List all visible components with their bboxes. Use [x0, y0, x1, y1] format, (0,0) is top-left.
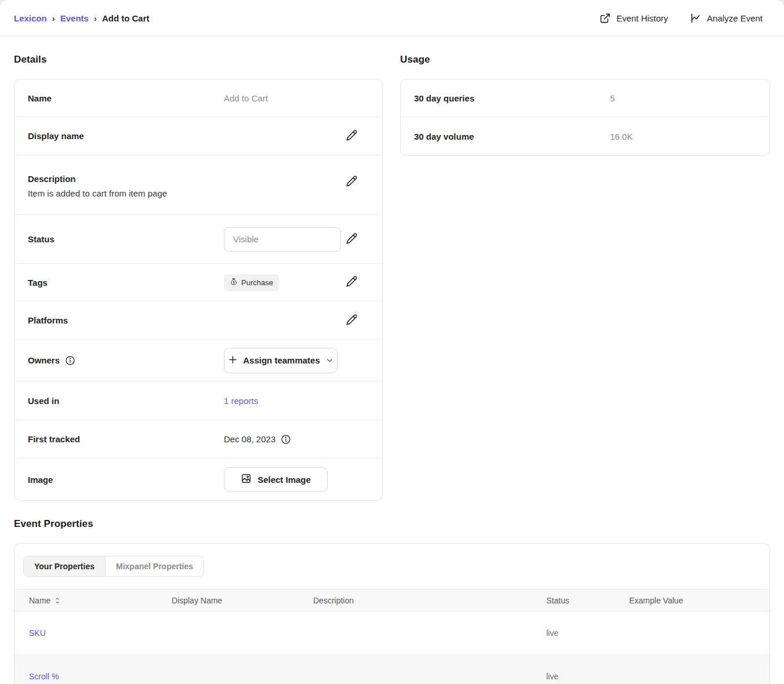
description-value: Item is added to cart from item page [28, 188, 167, 198]
event-properties-section: Event Properties Your Properties Mixpane… [14, 518, 770, 684]
detail-row-used-in: Used in 1 reports [14, 381, 382, 420]
volume-label: 30 day volume [414, 132, 610, 141]
chevron-down-icon [326, 356, 333, 364]
page-header: Lexicon › Events › Add to Cart Event His… [0, 0, 784, 37]
header-actions: Event History Analyze Event [600, 13, 763, 24]
details-panel: Name Add to Cart Display name [14, 79, 383, 501]
breadcrumb-events[interactable]: Events [60, 13, 89, 23]
usage-panel: 30 day queries 5 30 day volume 16.0K [400, 79, 770, 156]
cell-status: live [546, 628, 629, 638]
assign-teammates-label: Assign teammates [243, 355, 320, 365]
analyze-event-button[interactable]: Analyze Event [690, 13, 763, 24]
property-link-sku[interactable]: SKU [29, 628, 46, 638]
pencil-icon [346, 232, 358, 246]
detail-row-name: Name Add to Cart [14, 79, 382, 117]
event-history-button[interactable]: Event History [600, 13, 668, 24]
column-header-status: Status [546, 596, 629, 605]
tab-your-properties[interactable]: Your Properties [24, 556, 106, 576]
select-image-button[interactable]: Select Image [224, 467, 328, 492]
detail-row-display-name: Display name [14, 117, 382, 155]
owners-label: Owners [28, 355, 60, 365]
pencil-icon [346, 129, 358, 143]
line-chart-icon [690, 13, 701, 24]
breadcrumb-separator-icon: › [52, 13, 55, 23]
pencil-icon [346, 175, 358, 189]
detail-row-tags: Tags $ Purchase [14, 264, 382, 301]
first-tracked-value: Dec 08, 2023 [224, 434, 275, 444]
analyze-event-label: Analyze Event [707, 13, 763, 23]
tab-mixpanel-properties[interactable]: Mixpanel Properties [106, 556, 204, 576]
info-icon[interactable] [281, 434, 291, 445]
details-title: Details [14, 54, 383, 66]
money-bag-icon: $ [230, 278, 238, 288]
first-tracked-label: First tracked [28, 434, 224, 444]
info-icon[interactable] [65, 355, 75, 366]
tags-label: Tags [28, 278, 224, 288]
main-content: Details Name Add to Cart Display name [0, 37, 784, 684]
detail-row-owners: Owners Assign teammates [14, 340, 382, 381]
edit-platforms-button[interactable] [346, 314, 358, 328]
detail-row-first-tracked: First tracked Dec 08, 2023 [14, 420, 382, 459]
tag-chip-purchase[interactable]: $ Purchase [224, 274, 279, 291]
image-icon [241, 473, 252, 486]
usage-row-queries: 30 day queries 5 [401, 79, 770, 117]
sort-icon [55, 597, 60, 604]
description-label: Description [28, 174, 167, 184]
column-header-description: Description [313, 596, 546, 605]
breadcrumb: Lexicon › Events › Add to Cart [14, 13, 150, 23]
properties-tab-group: Your Properties Mixpanel Properties [23, 556, 204, 577]
page-card: Lexicon › Events › Add to Cart Event His… [0, 0, 784, 684]
status-label: Status [28, 234, 224, 244]
queries-label: 30 day queries [414, 93, 610, 103]
pencil-icon [346, 314, 358, 328]
event-properties-panel: Your Properties Mixpanel Properties Name… [14, 543, 770, 684]
assign-teammates-button[interactable]: Assign teammates [224, 348, 337, 373]
status-input[interactable] [224, 227, 341, 252]
detail-row-image: Image Select Image [14, 459, 382, 500]
platforms-label: Platforms [28, 315, 224, 325]
display-name-label: Display name [28, 131, 224, 141]
usage-title: Usage [400, 54, 770, 66]
usage-row-volume: 30 day volume 16.0K [401, 117, 770, 155]
event-properties-title: Event Properties [14, 518, 770, 530]
breadcrumb-lexicon[interactable]: Lexicon [14, 13, 47, 23]
breadcrumb-current-page: Add to Cart [102, 13, 150, 23]
detail-row-description: Description Item is added to cart from i… [14, 155, 382, 215]
name-value: Add to Cart [224, 93, 358, 103]
usage-section: Usage 30 day queries 5 30 day volume 16.… [400, 37, 770, 156]
svg-text:$: $ [233, 280, 234, 283]
used-in-reports-link[interactable]: 1 reports [224, 396, 258, 406]
edit-status-button[interactable] [346, 232, 358, 246]
name-label: Name [28, 93, 224, 103]
table-row[interactable]: SKU live [14, 612, 770, 655]
column-header-name[interactable]: Name [29, 596, 172, 605]
plus-icon [228, 355, 238, 366]
column-header-example-value: Example Value [629, 596, 770, 605]
used-in-label: Used in [28, 396, 224, 406]
select-image-label: Select Image [257, 475, 311, 485]
details-section: Details Name Add to Cart Display name [14, 37, 383, 501]
edit-tags-button[interactable] [346, 275, 358, 289]
breadcrumb-separator-icon: › [94, 13, 97, 23]
detail-row-status: Status [14, 215, 382, 264]
property-link-scroll[interactable]: Scroll % [29, 672, 59, 681]
column-header-display-name: Display Name [172, 596, 313, 605]
image-label: Image [28, 475, 224, 485]
cell-status: live [546, 672, 629, 681]
external-link-icon [600, 13, 611, 24]
volume-value: 16.0K [610, 132, 745, 141]
edit-description-button[interactable] [346, 175, 358, 189]
detail-row-platforms: Platforms [14, 301, 382, 340]
event-history-label: Event History [616, 13, 668, 23]
edit-display-name-button[interactable] [346, 129, 358, 143]
queries-value: 5 [610, 93, 745, 103]
properties-table-header: Name Display Name Description Status Exa… [14, 589, 770, 612]
table-row[interactable]: Scroll % live [14, 655, 770, 684]
pencil-icon [346, 275, 358, 289]
tag-label: Purchase [241, 278, 273, 287]
